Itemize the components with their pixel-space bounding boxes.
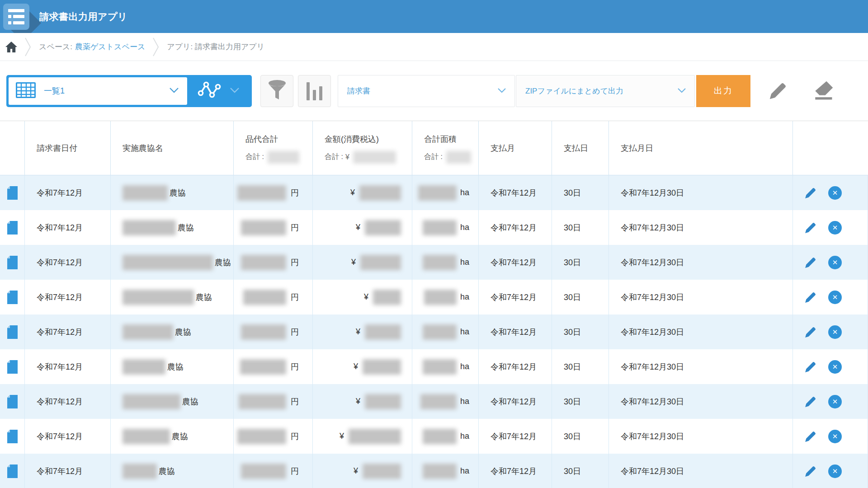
row-edit-pencil-icon[interactable]	[804, 465, 817, 478]
export-button[interactable]: 出力	[696, 75, 750, 107]
cell-invoice-date: 令和7年12月	[25, 454, 111, 488]
area-unit: ha	[460, 432, 469, 441]
header-item-total[interactable]: 品代合計 合計 :	[234, 121, 313, 175]
cell-item-total: 円	[234, 314, 313, 349]
item-total-unit: 円	[291, 466, 299, 477]
row-edit-pencil-icon[interactable]	[804, 186, 817, 200]
record-document-icon[interactable]	[7, 291, 18, 304]
row-delete-x-icon[interactable]: ✕	[828, 395, 842, 408]
cell-pay-day: 30日	[552, 245, 609, 280]
row-delete-x-icon[interactable]: ✕	[828, 430, 842, 443]
header-actions-column	[793, 121, 868, 175]
row-delete-x-icon[interactable]: ✕	[828, 186, 842, 200]
cell-coop-name: 農協	[111, 314, 234, 349]
cell-item-total: 円	[234, 349, 313, 384]
hamburger-icon	[3, 4, 29, 30]
table-row[interactable]: 令和7年12月 農協 円 ¥ ha 令和7年12月 30日 令和7年12月30日…	[0, 280, 868, 314]
cell-pay-month-day: 令和7年12月30日	[609, 454, 793, 488]
record-document-icon[interactable]	[7, 430, 18, 443]
table-row[interactable]: 令和7年12月 農協 円 ¥ ha 令和7年12月 30日 令和7年12月30日…	[0, 384, 868, 419]
redacted-amount	[359, 185, 401, 201]
space-link[interactable]: 農薬ゲストスペース	[75, 42, 145, 52]
row-edit-pencil-icon[interactable]	[804, 291, 817, 304]
row-delete-x-icon[interactable]: ✕	[828, 360, 842, 374]
header-pay-day[interactable]: 支払日	[552, 121, 609, 175]
header-invoice-date[interactable]: 請求書日付	[25, 121, 111, 175]
row-edit-pencil-icon[interactable]	[804, 325, 817, 339]
eraser-icon[interactable]	[812, 80, 835, 101]
table-row[interactable]: 令和7年12月 農協 円 ¥ ha 令和7年12月 30日 令和7年12月30日…	[0, 210, 868, 245]
cell-pay-month-day: 令和7年12月30日	[609, 384, 793, 419]
coop-name-suffix: 農協	[172, 431, 188, 442]
yen-sign: ¥	[364, 292, 368, 302]
output-mode-value: ZIPファイルにまとめて出力	[525, 86, 623, 96]
cell-item-total: 円	[234, 419, 313, 454]
row-edit-pencil-icon[interactable]	[804, 430, 817, 443]
cell-pay-month-day: 令和7年12月30日	[609, 349, 793, 384]
record-document-icon[interactable]	[7, 256, 18, 269]
filter-button[interactable]	[260, 75, 293, 107]
cell-amount: ¥	[313, 419, 412, 454]
row-edit-pencil-icon[interactable]	[804, 360, 817, 374]
output-mode-select[interactable]: ZIPファイルにまとめて出力	[516, 75, 695, 107]
item-total-unit: 円	[291, 361, 299, 372]
record-document-icon[interactable]	[7, 395, 18, 408]
redacted-item-total	[237, 185, 286, 201]
record-document-icon[interactable]	[7, 360, 18, 374]
row-edit-pencil-icon[interactable]	[804, 256, 817, 269]
funnel-icon	[268, 80, 287, 102]
redacted-amount	[360, 255, 401, 270]
cell-actions: ✕	[793, 245, 868, 280]
row-delete-x-icon[interactable]: ✕	[828, 465, 842, 478]
pencil-icon[interactable]	[768, 80, 788, 101]
table-row[interactable]: 令和7年12月 農協 円 ¥ ha 令和7年12月 30日 令和7年12月30日…	[0, 314, 868, 349]
redacted-area	[424, 290, 457, 305]
home-icon[interactable]	[5, 42, 17, 52]
cell-record-icon	[0, 349, 25, 384]
bar-chart-icon	[307, 81, 322, 100]
header-pay-month[interactable]: 支払月	[479, 121, 552, 175]
space-crumb-label: スペース:	[39, 42, 72, 52]
row-edit-pencil-icon[interactable]	[804, 221, 817, 235]
row-delete-x-icon[interactable]: ✕	[828, 291, 842, 304]
record-type-select[interactable]: 請求書	[338, 75, 515, 107]
chevron-down-icon	[169, 87, 179, 95]
cell-pay-month: 令和7年12月	[479, 384, 552, 419]
table-row[interactable]: 令和7年12月 農協 円 ¥ ha 令和7年12月 30日 令和7年12月30日…	[0, 175, 868, 210]
row-delete-x-icon[interactable]: ✕	[828, 325, 842, 339]
item-total-unit: 円	[291, 396, 299, 407]
header-total-area-sum: 合計 :	[424, 151, 471, 164]
row-delete-x-icon[interactable]: ✕	[828, 221, 842, 235]
table-grid-icon	[16, 82, 36, 100]
spaces-menu-button[interactable]	[3, 4, 29, 30]
header-total-area-label: 合計面積	[424, 134, 457, 145]
table-row[interactable]: 令和7年12月 農協 円 ¥ ha 令和7年12月 30日 令和7年12月30日…	[0, 454, 868, 488]
chart-button[interactable]	[298, 75, 331, 107]
record-document-icon[interactable]	[7, 325, 18, 339]
record-document-icon[interactable]	[7, 465, 18, 478]
table-body: 令和7年12月 農協 円 ¥ ha 令和7年12月 30日 令和7年12月30日…	[0, 175, 868, 488]
header-pay-month-day[interactable]: 支払月日	[609, 121, 793, 175]
cell-pay-month: 令和7年12月	[479, 280, 552, 314]
item-total-unit: 円	[291, 292, 299, 303]
area-unit: ha	[460, 327, 469, 337]
table-row[interactable]: 令和7年12月 農協 円 ¥ ha 令和7年12月 30日 令和7年12月30日…	[0, 245, 868, 280]
cell-amount: ¥	[313, 314, 412, 349]
yen-sign: ¥	[340, 432, 344, 441]
table-row[interactable]: 令和7年12月 農協 円 ¥ ha 令和7年12月 30日 令和7年12月30日…	[0, 349, 868, 384]
cell-pay-day: 30日	[552, 419, 609, 454]
header-coop-name[interactable]: 実施農協名	[111, 121, 234, 175]
row-edit-pencil-icon[interactable]	[804, 395, 817, 408]
graph-select-dropdown[interactable]	[187, 77, 250, 105]
cell-total-area: ha	[412, 175, 479, 210]
table-row[interactable]: 令和7年12月 農協 円 ¥ ha 令和7年12月 30日 令和7年12月30日…	[0, 419, 868, 454]
header-amount[interactable]: 金額(消費税込) 合計 :¥	[313, 121, 412, 175]
cell-record-icon	[0, 384, 25, 419]
cell-item-total: 円	[234, 175, 313, 210]
row-delete-x-icon[interactable]: ✕	[828, 256, 842, 269]
redacted-amount	[365, 324, 401, 340]
view-select-dropdown[interactable]: 一覧1	[9, 77, 187, 105]
header-total-area[interactable]: 合計面積 合計 :	[412, 121, 479, 175]
record-document-icon[interactable]	[7, 221, 18, 235]
record-document-icon[interactable]	[7, 186, 18, 200]
